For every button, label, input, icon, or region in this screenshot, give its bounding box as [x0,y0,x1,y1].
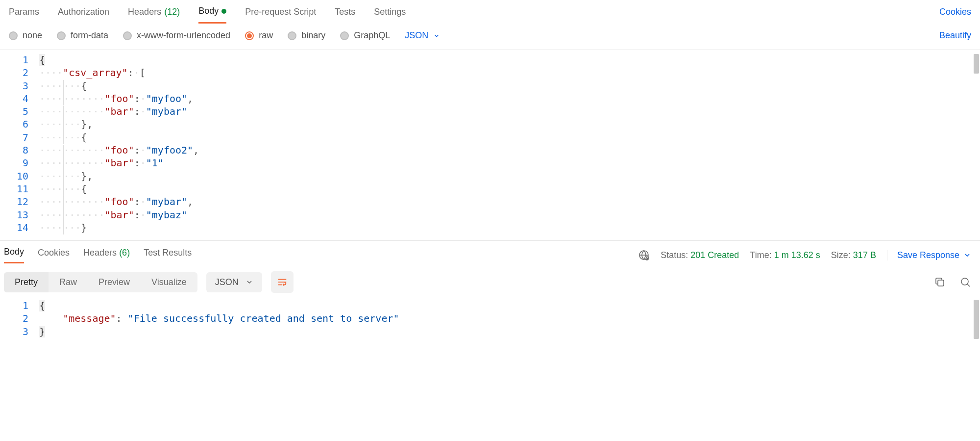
line-number: 1 [0,300,39,311]
radio-icon [123,31,132,40]
response-toolbar: Pretty Raw Preview Visualize JSON [0,263,980,297]
time-value: 1 m 13.62 s [774,250,820,260]
code-content: ···········"foo":·"mybar", [39,196,193,209]
seg-visualize[interactable]: Visualize [141,272,197,292]
code-line: 3} [0,326,980,338]
tab-label: Headers [83,248,117,258]
line-number: 11 [0,183,39,195]
line-number: 12 [0,196,39,208]
tab-label: Settings [374,7,406,17]
radio-x-www-form-urlencoded[interactable]: x-www-form-urlencoded [123,30,230,41]
meta-label: Size: [831,250,851,260]
resp-tab-body[interactable]: Body [4,247,24,263]
code-line: 6·······}, [0,118,980,131]
body-types: none form-data x-www-form-urlencoded raw… [9,30,440,41]
copy-icon [934,276,946,288]
code-line: 12···········"foo":·"mybar", [0,196,980,208]
seg-pretty[interactable]: Pretty [4,272,49,292]
scrollbar-vertical[interactable] [974,300,979,339]
code-content: ···········"bar":·"mybaz" [39,209,187,222]
resp-tab-test-results[interactable]: Test Results [144,248,192,263]
headers-count: (6) [119,248,130,258]
radio-label: raw [259,30,273,41]
code-line: 1{ [0,54,980,67]
tab-body[interactable]: Body [198,0,226,24]
tab-authorization[interactable]: Authorization [58,0,109,24]
tab-label: Headers [128,7,161,17]
line-number: 4 [0,93,39,104]
copy-button[interactable] [934,276,946,288]
radio-binary[interactable]: binary [288,30,325,41]
radio-icon [57,31,66,40]
line-number: 13 [0,209,39,221]
response-toolbar-left: Pretty Raw Preview Visualize JSON [4,271,294,293]
code-content: { [39,300,45,311]
code-content: ·······{ [39,80,87,93]
radio-label: x-www-form-urlencoded [137,30,230,41]
tab-settings[interactable]: Settings [374,0,406,24]
time-meta[interactable]: Time: 1 m 13.62 s [750,250,820,260]
seg-preview[interactable]: Preview [88,272,141,292]
code-content: ···········"foo":·"myfoo", [39,93,193,106]
code-line: 9···········"bar":·"1" [0,157,980,170]
meta-label: Time: [750,250,771,260]
headers-count: (12) [164,7,180,17]
wrap-lines-button[interactable] [271,271,294,293]
request-tabs-left: Params Authorization Headers (12) Body P… [9,0,406,24]
line-number: 7 [0,131,39,143]
resp-tab-headers[interactable]: Headers (6) [83,248,130,263]
radio-label: form-data [71,30,108,41]
resp-tab-cookies[interactable]: Cookies [38,248,70,263]
response-language-dropdown[interactable]: JSON [206,272,262,292]
code-content: ···········"bar":·"mybar" [39,105,187,119]
search-button[interactable] [959,276,971,288]
chevron-down-icon [963,251,971,259]
radio-label: binary [301,30,325,41]
body-language-dropdown[interactable]: JSON [405,30,440,41]
status-value: 201 Created [690,250,739,260]
code-line: 10·······}, [0,170,980,183]
radio-icon [340,31,349,40]
seg-raw[interactable]: Raw [49,272,88,292]
code-line: 11·······{ [0,183,980,196]
body-type-row: none form-data x-www-form-urlencoded raw… [0,24,980,50]
save-response-label: Save Response [897,250,959,260]
svg-point-6 [961,278,968,285]
code-line: 2 "message": "File successfully created … [0,312,980,325]
code-line: 3·······{ [0,80,980,93]
request-body-editor[interactable]: 1{2····"csv_array":·[3·······{4·········… [0,50,980,241]
radio-icon [288,31,296,40]
scrollbar-vertical[interactable] [974,54,979,74]
svg-rect-5 [938,280,944,286]
code-content: { [39,54,45,66]
tab-label: Body [198,6,219,16]
network-icon[interactable] [638,249,650,261]
tab-params[interactable]: Params [9,0,39,24]
radio-form-data[interactable]: form-data [57,30,108,41]
size-meta[interactable]: Size: 317 B [831,250,876,260]
line-number: 2 [0,67,39,78]
tab-label: Params [9,7,39,17]
radio-label: GraphQL [354,30,390,41]
radio-graphql[interactable]: GraphQL [340,30,390,41]
search-icon [959,276,971,288]
beautify-link[interactable]: Beautify [939,30,971,41]
status-meta[interactable]: Status: 201 Created [661,250,739,260]
line-number: 8 [0,144,39,156]
radio-raw[interactable]: raw [245,30,273,41]
response-body-editor[interactable]: 1{2 "message": "File successfully create… [0,297,980,348]
code-content: ·······{ [39,183,87,196]
code-line: 1{ [0,300,980,312]
size-value: 317 B [853,250,876,260]
line-number: 14 [0,222,39,233]
tab-headers[interactable]: Headers (12) [128,0,180,24]
save-response-dropdown[interactable]: Save Response [887,250,971,260]
code-content: ·······} [39,222,87,235]
tab-label: Tests [335,7,355,17]
radio-none[interactable]: none [9,30,42,41]
chevron-down-icon [433,32,440,39]
tab-pre-request-script[interactable]: Pre-request Script [245,0,316,24]
cookies-link[interactable]: Cookies [939,7,971,17]
wrap-lines-icon [277,277,288,287]
tab-tests[interactable]: Tests [335,0,355,24]
